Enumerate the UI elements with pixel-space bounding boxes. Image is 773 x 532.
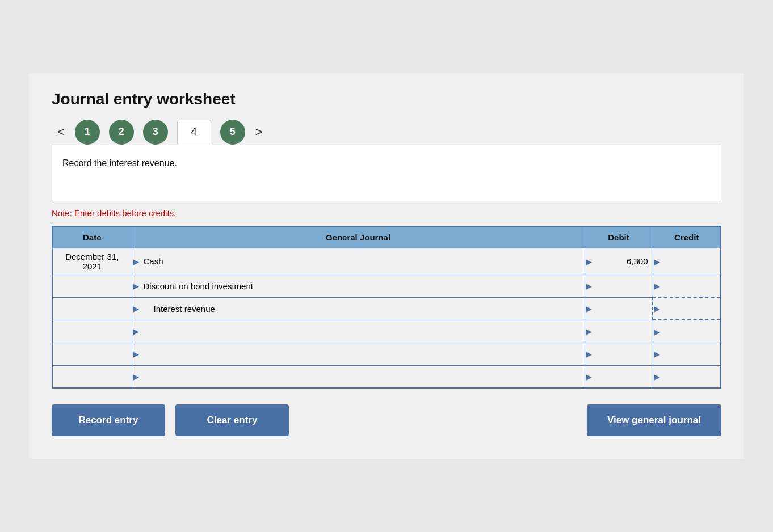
next-arrow[interactable]: > xyxy=(250,126,268,138)
debit-arrow-0: ▶ xyxy=(586,257,592,265)
buttons-row: Record entry Clear entry View general jo… xyxy=(52,404,721,436)
page-title: Journal entry worksheet xyxy=(52,90,721,108)
journal-input-5[interactable] xyxy=(137,372,580,382)
debit-input-0[interactable] xyxy=(590,256,648,266)
tab-2[interactable]: 2 xyxy=(109,120,134,145)
cell-date-3 xyxy=(52,320,132,343)
debit-input-5[interactable] xyxy=(590,372,648,382)
clear-entry-button[interactable]: Clear entry xyxy=(175,404,289,436)
debit-input-3[interactable] xyxy=(590,327,648,336)
cell-date-5 xyxy=(52,365,132,388)
cell-credit-2[interactable]: ▶ xyxy=(653,297,721,320)
cell-journal-0[interactable]: ▶ xyxy=(132,248,585,275)
row-arrow-5: ▶ xyxy=(133,373,139,381)
cell-date-2 xyxy=(52,297,132,320)
cell-journal-2[interactable]: ▶ xyxy=(132,297,585,320)
cell-debit-5[interactable]: ▶ xyxy=(585,365,653,388)
debit-input-2[interactable] xyxy=(590,304,648,314)
table-row: ▶▶▶ xyxy=(52,365,721,388)
cell-debit-0[interactable]: ▶ xyxy=(585,248,653,275)
credit-input-1[interactable] xyxy=(658,281,716,291)
credit-input-3[interactable] xyxy=(658,327,716,336)
journal-input-1[interactable] xyxy=(137,281,580,291)
debit-arrow-1: ▶ xyxy=(586,282,592,290)
row-arrow-1: ▶ xyxy=(133,282,139,290)
cell-credit-1[interactable]: ▶ xyxy=(653,275,721,297)
cell-date-4 xyxy=(52,343,132,365)
credit-input-0[interactable] xyxy=(658,256,716,266)
header-debit: Debit xyxy=(585,226,653,248)
prev-arrow[interactable]: < xyxy=(52,126,70,138)
tab-3[interactable]: 3 xyxy=(143,120,168,145)
cell-credit-4[interactable]: ▶ xyxy=(653,343,721,365)
debit-arrow-4: ▶ xyxy=(586,350,592,358)
row-arrow-4: ▶ xyxy=(133,350,139,358)
row-arrow-2: ▶ xyxy=(133,305,139,313)
cell-debit-4[interactable]: ▶ xyxy=(585,343,653,365)
credit-arrow-2: ▶ xyxy=(654,305,660,313)
tabs-row: < 1 2 3 4 5 > xyxy=(52,120,721,145)
journal-table: Date General Journal Debit Credit Decemb… xyxy=(52,226,721,389)
cell-journal-4[interactable]: ▶ xyxy=(132,343,585,365)
journal-input-4[interactable] xyxy=(137,349,580,359)
cell-credit-3[interactable]: ▶ xyxy=(653,320,721,343)
main-container: Journal entry worksheet < 1 2 3 4 5 > Re… xyxy=(29,73,744,459)
journal-input-0[interactable] xyxy=(137,256,580,266)
cell-journal-5[interactable]: ▶ xyxy=(132,365,585,388)
header-credit: Credit xyxy=(653,226,721,248)
cell-credit-0[interactable]: ▶ xyxy=(653,248,721,275)
cell-journal-3[interactable]: ▶ xyxy=(132,320,585,343)
record-entry-button[interactable]: Record entry xyxy=(52,404,165,436)
journal-input-3[interactable] xyxy=(137,327,580,336)
debit-input-4[interactable] xyxy=(590,349,648,359)
debit-arrow-3: ▶ xyxy=(586,327,592,336)
instruction-text: Record the interest revenue. xyxy=(62,158,177,168)
table-row: December 31, 2021▶▶▶ xyxy=(52,248,721,275)
cell-debit-3[interactable]: ▶ xyxy=(585,320,653,343)
credit-input-4[interactable] xyxy=(658,349,716,359)
tab-4-active[interactable]: 4 xyxy=(177,120,211,145)
header-date: Date xyxy=(52,226,132,248)
credit-arrow-3: ▶ xyxy=(654,327,660,336)
journal-input-2[interactable] xyxy=(137,304,580,314)
row-arrow-0: ▶ xyxy=(133,257,139,265)
table-row: ▶▶▶ xyxy=(52,343,721,365)
cell-debit-2[interactable]: ▶ xyxy=(585,297,653,320)
cell-date-0: December 31, 2021 xyxy=(52,248,132,275)
table-row: ▶▶▶ xyxy=(52,320,721,343)
cell-debit-1[interactable]: ▶ xyxy=(585,275,653,297)
view-general-journal-button[interactable]: View general journal xyxy=(587,404,721,436)
note-text: Note: Enter debits before credits. xyxy=(52,208,721,218)
table-row: ▶▶▶ xyxy=(52,297,721,320)
tab-1[interactable]: 1 xyxy=(75,120,100,145)
table-row: ▶▶▶ xyxy=(52,275,721,297)
credit-arrow-0: ▶ xyxy=(654,257,660,265)
instruction-box: Record the interest revenue. xyxy=(52,145,721,201)
debit-arrow-2: ▶ xyxy=(586,305,592,313)
credit-arrow-5: ▶ xyxy=(654,373,660,381)
debit-arrow-5: ▶ xyxy=(586,373,592,381)
credit-arrow-1: ▶ xyxy=(654,282,660,290)
cell-journal-1[interactable]: ▶ xyxy=(132,275,585,297)
tab-5[interactable]: 5 xyxy=(220,120,245,145)
credit-input-5[interactable] xyxy=(658,372,716,382)
cell-credit-5[interactable]: ▶ xyxy=(653,365,721,388)
debit-input-1[interactable] xyxy=(590,281,648,291)
cell-date-1 xyxy=(52,275,132,297)
header-journal: General Journal xyxy=(132,226,585,248)
credit-arrow-4: ▶ xyxy=(654,350,660,358)
row-arrow-3: ▶ xyxy=(133,327,139,336)
credit-input-2[interactable] xyxy=(658,304,716,314)
